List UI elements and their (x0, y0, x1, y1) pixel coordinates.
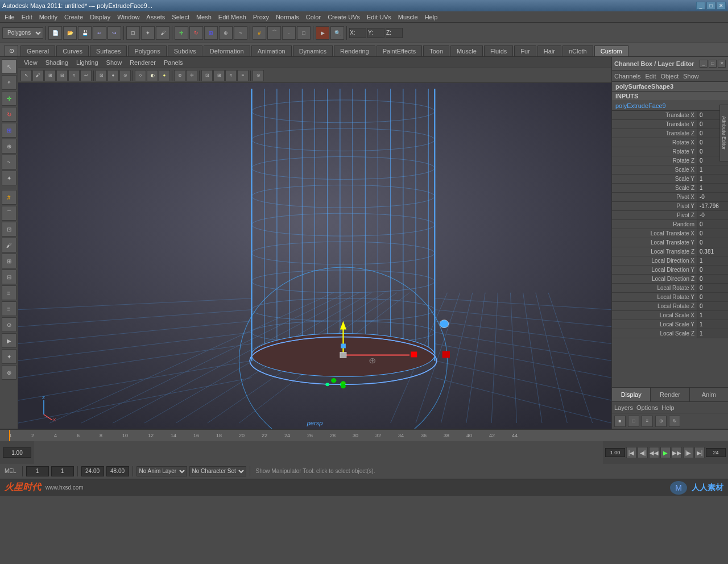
canvas-area[interactable]: ⊕ persp Z X (18, 83, 611, 429)
channel-ctrl-btn[interactable]: ≡ (2, 301, 16, 316)
menu-assets[interactable]: Assets (143, 13, 168, 22)
layer-icon-4[interactable]: ⊕ (655, 416, 667, 427)
soft-select-btn[interactable]: ~ (2, 155, 16, 169)
cb-row-21[interactable]: Local Rotate Z0 (612, 302, 728, 311)
step-back-btn[interactable]: ◀| (638, 447, 648, 458)
go-start-btn[interactable]: |◀ (626, 447, 636, 458)
tab-painteffects[interactable]: PaintEffects (377, 45, 423, 56)
tab-general[interactable]: General (20, 45, 55, 56)
menu-proxy[interactable]: Proxy (250, 13, 272, 22)
texture-btn[interactable]: ⊙ (119, 70, 131, 81)
cb-maximize-btn[interactable]: □ (709, 60, 717, 68)
play-back-btn[interactable]: ◀◀ (649, 447, 659, 458)
render-btn[interactable]: ▶ (316, 26, 329, 40)
vp-paint-btn[interactable]: 🖌 (32, 70, 44, 81)
wireframe-btn[interactable]: ⊡ (96, 70, 107, 81)
range-end-input[interactable] (706, 448, 726, 457)
manip-btn[interactable]: ✛ (186, 70, 197, 81)
cb-row-4[interactable]: Rotate Y0 (612, 147, 728, 156)
rp-tab-render[interactable]: Render (651, 388, 689, 401)
snap-grid-btn[interactable]: # (253, 26, 266, 40)
tab-subdivs[interactable]: Subdivs (168, 45, 202, 56)
play-forward-btn[interactable]: ▶▶ (672, 447, 682, 458)
tab-curves[interactable]: Curves (56, 45, 89, 56)
render-left-btn[interactable]: ▶ (2, 333, 16, 348)
move-btn[interactable]: ✛ (175, 26, 188, 40)
move-mode-btn[interactable]: ✛ (2, 91, 16, 106)
cb-row-8[interactable]: Scale Z1 (612, 184, 728, 193)
lasso-mode-btn[interactable]: ⌖ (2, 75, 16, 90)
layer-icon-2[interactable]: □ (628, 416, 639, 427)
play-btn[interactable]: ▶ (660, 447, 671, 458)
select-mode-btn[interactable]: ↖ (2, 59, 16, 74)
cb-row-14[interactable]: Local Translate Y0 (612, 238, 728, 247)
maximize-button[interactable]: □ (706, 2, 715, 10)
snap-curve-left-btn[interactable]: ⌒ (2, 206, 16, 221)
rotate-mode-btn[interactable]: ↻ (2, 107, 16, 122)
vp-select-btn[interactable]: ↖ (20, 70, 32, 81)
hypergraph-btn[interactable]: ⊟ (2, 269, 16, 284)
cb-row-2[interactable]: Translate Z0 (612, 129, 728, 138)
tab-surfaces[interactable]: Surfaces (90, 45, 127, 56)
light-default-btn[interactable]: ◐ (147, 70, 158, 81)
menu-modify[interactable]: Modify (36, 13, 61, 22)
tab-deformation[interactable]: Deformation (204, 45, 250, 56)
isolate-btn[interactable]: ⊙ (253, 70, 264, 81)
status-frame-input-2[interactable] (51, 466, 74, 476)
layer-icon-1[interactable]: ■ (614, 416, 626, 427)
ipr-btn[interactable]: 🔍 (330, 26, 344, 40)
char-set-select[interactable]: No Character Set (189, 466, 246, 476)
cb-row-3[interactable]: Rotate X0 (612, 138, 728, 147)
cb-row-23[interactable]: Local Scale Y1 (612, 320, 728, 329)
range-end-field[interactable] (106, 466, 129, 476)
shadow-btn[interactable]: ⊗ (174, 70, 185, 81)
cb-row-12[interactable]: Random0 (612, 220, 728, 229)
layers-item[interactable]: Layers (614, 404, 633, 411)
layer-icon-3[interactable]: ≡ (642, 416, 653, 427)
rp-tab-anim[interactable]: Anim (690, 388, 728, 401)
camera-gate-btn[interactable]: ⊡ (201, 70, 213, 81)
menu-edituvs[interactable]: Edit UVs (363, 13, 395, 22)
lasso-btn[interactable]: ✦ (141, 26, 155, 40)
vp-panels[interactable]: Panels (160, 58, 187, 67)
vp-show[interactable]: Show (103, 58, 126, 67)
undo-btn[interactable]: ↩ (93, 26, 106, 40)
paint-btn[interactable]: 🖌 (156, 26, 169, 40)
select-btn[interactable]: ⊡ (126, 26, 140, 40)
cb-row-19[interactable]: Local Rotate X0 (612, 284, 728, 293)
light-none-btn[interactable]: ○ (135, 70, 146, 81)
tab-dynamics[interactable]: Dynamics (293, 45, 333, 56)
attribute-editor-tab[interactable]: Attribute Editor (719, 105, 728, 161)
particle-btn[interactable]: ✦ (2, 349, 16, 364)
snap-grid-left-btn[interactable]: # (2, 190, 16, 205)
x-field[interactable] (349, 28, 366, 38)
smooth-shade-btn[interactable]: ● (107, 70, 119, 81)
cb-minimize-btn[interactable]: _ (700, 60, 708, 68)
menu-mesh[interactable]: Mesh (193, 13, 215, 22)
menu-muscle[interactable]: Muscle (395, 13, 421, 22)
layout-btn[interactable]: ⊞ (2, 254, 16, 268)
cb-row-1[interactable]: Translate Y0 (612, 120, 728, 129)
cb-row-13[interactable]: Local Translate X0 (612, 229, 728, 238)
cb-object[interactable]: Object (660, 73, 679, 80)
step-forward-btn[interactable]: |▶ (683, 447, 693, 458)
open-scene-btn[interactable]: 📂 (63, 26, 77, 40)
fluid-btn[interactable]: ⊗ (2, 365, 16, 380)
region-select-btn[interactable]: ⊡ (2, 222, 16, 237)
go-end-btn[interactable]: ▶| (694, 447, 705, 458)
layer-icon-5[interactable]: ↻ (669, 416, 680, 427)
tab-rendering[interactable]: Rendering (334, 45, 375, 56)
universal-manip-btn[interactable]: ⊕ (219, 26, 233, 40)
frame-input[interactable] (3, 447, 31, 458)
layering-btn[interactable]: ≡ (2, 285, 16, 300)
cb-row-9[interactable]: Pivot X-0 (612, 193, 728, 202)
menu-editmesh[interactable]: Edit Mesh (215, 13, 250, 22)
vp-shading[interactable]: Shading (42, 58, 72, 67)
cb-row-10[interactable]: Pivot Y-17.796 (612, 202, 728, 211)
tab-toon[interactable]: Toon (423, 45, 449, 56)
z-field[interactable] (386, 28, 403, 38)
cb-row-17[interactable]: Local Direction Y0 (612, 266, 728, 275)
cb-row-15[interactable]: Local Translate Z0.381 (612, 247, 728, 256)
cb-row-0[interactable]: Translate X0 (612, 111, 728, 120)
tab-muscle[interactable]: Muscle (450, 45, 483, 56)
